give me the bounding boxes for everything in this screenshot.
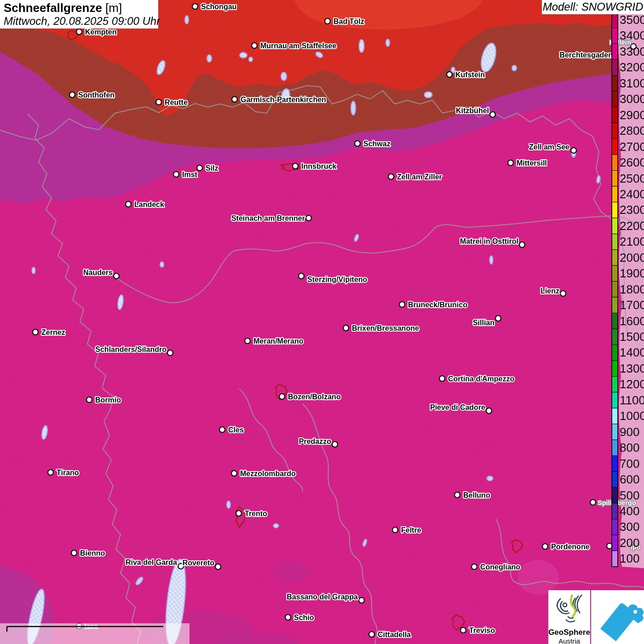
city-dot [232, 97, 237, 102]
lake [249, 57, 253, 62]
legend-tick-label: 1500 [620, 330, 644, 344]
city-label: Murnau am Staffelsee [260, 42, 336, 50]
lake [240, 52, 247, 58]
city-label: Bad Tölz [334, 17, 364, 25]
lake [227, 501, 230, 508]
city-dot [447, 72, 452, 77]
city-label: Zernez [41, 328, 65, 336]
city-label: Mezzolombardo [240, 470, 296, 477]
city-label: Cortina d'Ampezzo [448, 375, 514, 383]
city-dot [197, 165, 202, 171]
city-dot [167, 350, 173, 356]
city-dot [293, 163, 298, 169]
city-label: Imst [182, 171, 198, 178]
city-dot [215, 564, 221, 569]
map-title-box: Schneefallgrenze [m] Mittwoch, 20.08.202… [0, 0, 158, 29]
lake [386, 39, 390, 46]
city-dot [231, 471, 237, 476]
legend-cell [612, 28, 618, 43]
city-dot [236, 511, 242, 516]
legend-cell [612, 488, 618, 503]
city-label: Zell am See [529, 143, 569, 151]
legend-tick-label: 200 [620, 536, 639, 550]
legend-tick-label: 1800 [620, 282, 644, 296]
city-dot [173, 172, 179, 177]
legend-cell [612, 44, 618, 59]
city-marker: Bruneck/Brunico [399, 301, 467, 309]
city-label: Belluno [463, 491, 490, 499]
city-label: Landeck [134, 201, 164, 208]
legend-tick-label: 2400 [620, 187, 644, 201]
city-label: Steinach am Brenner [231, 214, 305, 222]
model-label-box: Modell: SNOWGRID [542, 0, 644, 14]
city-dot [472, 564, 477, 569]
legend-tick-label: 1700 [620, 298, 644, 312]
city-label: Schio [294, 614, 314, 621]
lake [185, 16, 189, 24]
city-label: Trento [245, 510, 267, 518]
city-dot [114, 273, 119, 279]
legend-cell [612, 297, 618, 313]
city-dot [33, 329, 38, 335]
city-marker: Imst [173, 171, 198, 178]
legend-cell [612, 171, 618, 186]
city-dot [252, 43, 257, 48]
city-label: Schwaz [363, 140, 391, 148]
city-dot [306, 215, 311, 221]
city-label: Feltre [401, 526, 421, 534]
lake [207, 55, 212, 62]
legend-cell [612, 234, 618, 249]
lake [32, 267, 35, 274]
legend-tick-label: 1600 [620, 314, 644, 328]
city-label: Pieve di Cadore [430, 403, 485, 411]
legend-cell [612, 376, 618, 392]
city-dot [279, 394, 285, 399]
city-marker: Brixen/Bressanone [343, 324, 419, 332]
city-label: Matrei in Osttirol [460, 237, 518, 245]
legend-tick-label: 600 [620, 472, 639, 486]
legend-cell [612, 250, 618, 265]
city-label: Predazzo [299, 437, 331, 445]
legend-tick-label: 700 [620, 457, 639, 471]
city-marker: Cortina d'Ampezzo [439, 375, 514, 383]
city-dot [490, 112, 495, 117]
city-dot [399, 302, 405, 307]
snowfall-line-map: SchongauBad TölzKemptenMurnau am Staffel… [0, 0, 644, 644]
city-label: Rovereto [183, 559, 215, 567]
city-dot [245, 338, 250, 344]
city-dot [192, 4, 198, 9]
city-dot [48, 470, 53, 475]
city-label: Treviso [469, 627, 495, 634]
city-marker: Cles [219, 426, 244, 434]
city-label: Pordenone [551, 543, 590, 551]
legend-tick-label: 3200 [620, 60, 644, 74]
city-marker: Garmisch-Partenkirchen [232, 96, 326, 104]
legend-tick-label: 1300 [620, 362, 644, 375]
city-dot [76, 29, 82, 34]
legend-cell [612, 440, 618, 455]
legend-cell [612, 535, 618, 551]
legend-cell [612, 472, 618, 487]
city-label: Berchtesgaden [559, 51, 613, 59]
city-label: Cittadella [378, 631, 411, 638]
city-label: Bozen/Bolzano [288, 393, 341, 401]
city-marker: Feltre [392, 526, 421, 534]
legend-cell [612, 551, 618, 566]
geosphere-austria-logo: GeoSphere Austria [548, 590, 590, 644]
city-marker: Murnau am Staffelsee [252, 42, 336, 50]
legend-tick-label: 2900 [620, 108, 644, 122]
legend-tick-label: 2000 [620, 251, 644, 264]
lake [425, 92, 432, 98]
city-dot [69, 92, 75, 98]
city-marker: Berchtesgaden [559, 51, 613, 59]
legend-tick-label: 2600 [620, 155, 644, 169]
city-label: Conegliano [480, 563, 520, 571]
city-dot [495, 316, 501, 321]
city-dot [219, 427, 225, 432]
legend-tick-label: 500 [620, 489, 639, 502]
geosphere-logo-subtext: Austria [548, 637, 590, 644]
legend-cell [612, 139, 618, 155]
city-dot [285, 615, 291, 620]
legend-tick-label: 100 [620, 552, 639, 565]
city-marker: Steinach am Brenner [231, 214, 311, 222]
